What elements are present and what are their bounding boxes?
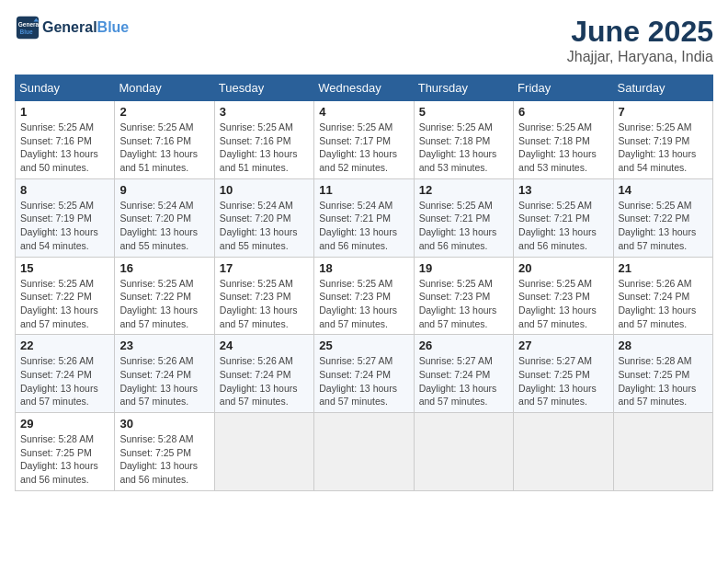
calendar-cell	[314, 413, 414, 491]
day-number: 3	[220, 105, 309, 119]
calendar-cell: 17Sunrise: 5:25 AMSunset: 7:23 PMDayligh…	[214, 257, 313, 335]
day-info: Sunrise: 5:25 AMSunset: 7:16 PMDaylight:…	[20, 121, 109, 175]
day-info: Sunrise: 5:27 AMSunset: 7:24 PMDaylight:…	[419, 354, 508, 408]
calendar-cell: 12Sunrise: 5:25 AMSunset: 7:21 PMDayligh…	[414, 178, 513, 257]
day-info: Sunrise: 5:27 AMSunset: 7:24 PMDaylight:…	[319, 354, 408, 408]
calendar-cell	[214, 413, 313, 491]
day-number: 30	[119, 417, 209, 431]
calendar-cell: 2Sunrise: 5:25 AMSunset: 7:16 PMDaylight…	[115, 101, 214, 179]
calendar-cell: 28Sunrise: 5:28 AMSunset: 7:25 PMDayligh…	[613, 335, 712, 413]
day-number: 28	[619, 339, 708, 352]
calendar-cell: 8Sunrise: 5:25 AMSunset: 7:19 PMDaylight…	[16, 178, 115, 257]
day-number: 20	[518, 261, 608, 275]
day-info: Sunrise: 5:28 AMSunset: 7:25 PMDaylight:…	[619, 354, 708, 408]
calendar-cell: 1Sunrise: 5:25 AMSunset: 7:16 PMDaylight…	[16, 101, 115, 179]
day-info: Sunrise: 5:25 AMSunset: 7:22 PMDaylight:…	[619, 199, 708, 253]
calendar-cell: 20Sunrise: 5:25 AMSunset: 7:23 PMDayligh…	[514, 257, 613, 335]
weekday-header-tuesday: Tuesday	[214, 75, 313, 101]
weekday-header-wednesday: Wednesday	[314, 75, 414, 101]
weekday-header-saturday: Saturday	[613, 75, 712, 101]
day-number: 1	[20, 105, 109, 119]
logo-general: General	[42, 19, 97, 35]
day-number: 27	[518, 339, 608, 352]
day-number: 25	[319, 339, 408, 352]
day-info: Sunrise: 5:25 AMSunset: 7:23 PMDaylight:…	[518, 277, 608, 331]
calendar-cell: 25Sunrise: 5:27 AMSunset: 7:24 PMDayligh…	[314, 335, 414, 413]
day-number: 4	[319, 105, 408, 119]
calendar-cell: 11Sunrise: 5:24 AMSunset: 7:21 PMDayligh…	[314, 178, 414, 257]
day-info: Sunrise: 5:24 AMSunset: 7:20 PMDaylight:…	[119, 199, 209, 253]
day-number: 19	[419, 261, 508, 275]
day-info: Sunrise: 5:25 AMSunset: 7:21 PMDaylight:…	[419, 199, 508, 253]
calendar-cell: 21Sunrise: 5:26 AMSunset: 7:24 PMDayligh…	[613, 257, 712, 335]
day-info: Sunrise: 5:25 AMSunset: 7:21 PMDaylight:…	[518, 199, 608, 253]
calendar-cell: 22Sunrise: 5:26 AMSunset: 7:24 PMDayligh…	[16, 335, 115, 413]
day-number: 13	[518, 183, 608, 197]
calendar-cell: 24Sunrise: 5:26 AMSunset: 7:24 PMDayligh…	[214, 335, 313, 413]
day-number: 7	[619, 105, 708, 119]
calendar-cell: 9Sunrise: 5:24 AMSunset: 7:20 PMDaylight…	[115, 178, 214, 257]
day-number: 17	[220, 261, 309, 275]
day-info: Sunrise: 5:25 AMSunset: 7:23 PMDaylight:…	[319, 277, 408, 331]
calendar-cell: 3Sunrise: 5:25 AMSunset: 7:16 PMDaylight…	[214, 101, 313, 179]
day-number: 6	[518, 105, 608, 119]
day-number: 8	[20, 183, 109, 197]
day-info: Sunrise: 5:25 AMSunset: 7:19 PMDaylight:…	[20, 199, 109, 253]
calendar-cell: 14Sunrise: 5:25 AMSunset: 7:22 PMDayligh…	[613, 178, 712, 257]
day-number: 12	[419, 183, 508, 197]
calendar-week-2: 8Sunrise: 5:25 AMSunset: 7:19 PMDaylight…	[16, 178, 713, 257]
calendar-cell: 27Sunrise: 5:27 AMSunset: 7:25 PMDayligh…	[514, 335, 613, 413]
day-info: Sunrise: 5:27 AMSunset: 7:25 PMDaylight:…	[518, 354, 608, 408]
calendar-cell: 23Sunrise: 5:26 AMSunset: 7:24 PMDayligh…	[115, 335, 214, 413]
month-title: June 2025	[567, 15, 713, 49]
weekday-header-thursday: Thursday	[414, 75, 513, 101]
day-number: 15	[20, 261, 109, 275]
calendar-week-1: 1Sunrise: 5:25 AMSunset: 7:16 PMDaylight…	[16, 101, 713, 179]
title-block: June 2025 Jhajjar, Haryana, India	[567, 15, 713, 65]
day-number: 11	[319, 183, 408, 197]
calendar-cell	[514, 413, 613, 491]
day-info: Sunrise: 5:25 AMSunset: 7:16 PMDaylight:…	[119, 121, 209, 175]
calendar-week-4: 22Sunrise: 5:26 AMSunset: 7:24 PMDayligh…	[16, 335, 713, 413]
day-number: 26	[419, 339, 508, 352]
day-number: 14	[619, 183, 708, 197]
logo-blue: Blue	[97, 19, 130, 35]
svg-text:General: General	[18, 21, 40, 28]
calendar-week-5: 29Sunrise: 5:28 AMSunset: 7:25 PMDayligh…	[16, 413, 713, 491]
calendar-cell: 6Sunrise: 5:25 AMSunset: 7:18 PMDaylight…	[514, 101, 613, 179]
calendar-cell: 15Sunrise: 5:25 AMSunset: 7:22 PMDayligh…	[16, 257, 115, 335]
day-number: 24	[220, 339, 309, 352]
day-info: Sunrise: 5:24 AMSunset: 7:20 PMDaylight:…	[220, 199, 309, 253]
logo-icon: General Blue	[15, 15, 40, 40]
day-number: 2	[119, 105, 209, 119]
day-info: Sunrise: 5:25 AMSunset: 7:23 PMDaylight:…	[220, 277, 309, 331]
day-number: 22	[20, 339, 109, 352]
day-info: Sunrise: 5:25 AMSunset: 7:16 PMDaylight:…	[220, 121, 309, 175]
calendar-cell: 30Sunrise: 5:28 AMSunset: 7:25 PMDayligh…	[115, 413, 214, 491]
calendar-cell	[414, 413, 513, 491]
day-info: Sunrise: 5:25 AMSunset: 7:18 PMDaylight:…	[419, 121, 508, 175]
day-number: 10	[220, 183, 309, 197]
calendar-cell: 16Sunrise: 5:25 AMSunset: 7:22 PMDayligh…	[115, 257, 214, 335]
weekday-header-sunday: Sunday	[16, 75, 115, 101]
weekday-header-monday: Monday	[115, 75, 214, 101]
day-info: Sunrise: 5:25 AMSunset: 7:22 PMDaylight:…	[20, 277, 109, 331]
day-info: Sunrise: 5:25 AMSunset: 7:17 PMDaylight:…	[319, 121, 408, 175]
calendar-cell: 4Sunrise: 5:25 AMSunset: 7:17 PMDaylight…	[314, 101, 414, 179]
day-number: 5	[419, 105, 508, 119]
day-number: 29	[20, 417, 109, 431]
calendar-cell	[613, 413, 712, 491]
location: Jhajjar, Haryana, India	[567, 49, 713, 65]
calendar-week-3: 15Sunrise: 5:25 AMSunset: 7:22 PMDayligh…	[16, 257, 713, 335]
calendar-cell: 29Sunrise: 5:28 AMSunset: 7:25 PMDayligh…	[16, 413, 115, 491]
day-info: Sunrise: 5:26 AMSunset: 7:24 PMDaylight:…	[619, 277, 708, 331]
weekday-header-friday: Friday	[514, 75, 613, 101]
day-info: Sunrise: 5:25 AMSunset: 7:22 PMDaylight:…	[119, 277, 209, 331]
logo: General Blue GeneralBlue	[15, 15, 129, 40]
calendar-cell: 7Sunrise: 5:25 AMSunset: 7:19 PMDaylight…	[613, 101, 712, 179]
day-number: 21	[619, 261, 708, 275]
svg-text:Blue: Blue	[20, 29, 33, 35]
day-info: Sunrise: 5:26 AMSunset: 7:24 PMDaylight:…	[119, 354, 209, 408]
calendar-cell: 5Sunrise: 5:25 AMSunset: 7:18 PMDaylight…	[414, 101, 513, 179]
day-number: 18	[319, 261, 408, 275]
